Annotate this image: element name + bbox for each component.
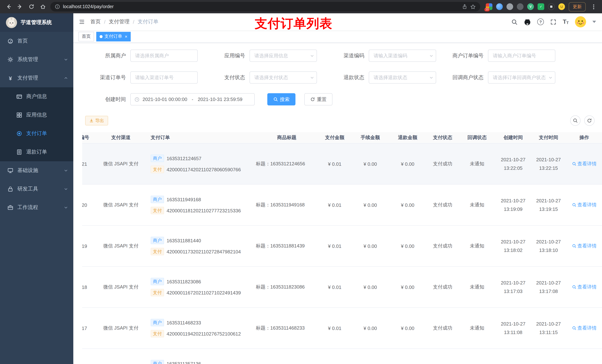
cell-pay-order: 商户 1635311881440 支付 42000011732021102728… [148,226,255,266]
browser-update-button[interactable]: 更新 [569,2,586,11]
pay-status-select[interactable] [249,71,317,83]
extension-icon[interactable] [517,3,524,10]
merchant-tag: 商户 [151,278,164,285]
hamburger-icon[interactable] [73,19,90,25]
address-bar[interactable]: localhost:1024/pay/order [50,2,480,11]
briefcase-icon [7,205,13,210]
search-icon[interactable] [511,19,517,25]
cell-action: 查看详情 [565,185,602,225]
sidebar-item-label: 支付管理 [17,75,38,81]
avatar-extension-icon[interactable] [558,3,565,10]
view-detail-link[interactable]: 查看详情 [572,161,597,167]
share-icon[interactable] [462,4,467,9]
export-button[interactable]: 导出 [85,116,108,125]
refresh-table-icon[interactable] [584,115,595,126]
notify-status-select[interactable] [488,71,555,83]
channel-order-no-input[interactable] [130,71,198,83]
document-icon [16,149,22,155]
sidebar-item-system[interactable]: 系统管理 [0,50,73,69]
fullscreen-icon[interactable] [550,19,557,25]
cell-channel: 微信 JSAPI 支付 [94,185,148,225]
chevron-down-icon [64,57,68,62]
navbar-actions [511,16,602,27]
filter-label: 退款状态 [321,74,369,81]
toggle-search-icon[interactable] [570,115,580,126]
close-icon[interactable] [125,34,127,39]
browser-back-icon[interactable] [4,3,13,11]
cell-channel: 微信 JSAPI 支付 [94,267,148,307]
chat-extension-icon[interactable]: ✓ [538,3,544,10]
sidebar-item-pay-order[interactable]: 支付订单 [0,124,73,143]
drop-extension-icon[interactable] [496,3,503,10]
view-detail-link[interactable]: 查看详情 [572,243,597,249]
cell-status: 支付成功 [426,226,460,266]
cell-amount: ¥ 0.01 [318,267,351,307]
sidebar-item-infra[interactable]: 基础设施 [0,161,73,180]
sidebar-item-workflow[interactable]: 工作流程 [0,198,73,217]
tab-pay-order[interactable]: 支付订单 [96,32,131,41]
create-time: 13:17:03 [504,287,522,295]
tab-home[interactable]: 首页 [78,32,94,41]
pay-order-no: 4200001181202110277723215336 [167,208,241,213]
extension-icon[interactable] [506,3,513,10]
table-row: 20 微信 JSAPI 支付 商户 1635311949168 支付 42000… [82,185,602,226]
page-title-annotation: 支付订单列表 [255,15,333,32]
cell-status: 支付成功 [426,144,460,184]
site-info-icon[interactable] [55,4,60,9]
date-range-picker[interactable]: 2021-10-01 00:00:00 - 2021-10-31 23:59:5… [130,93,255,105]
sidebar-item-dev-tools[interactable]: 研发工具 [0,180,73,198]
active-tab-dot [100,35,103,38]
chevron-down-icon [64,187,68,191]
channel-code-select[interactable] [369,50,436,62]
table-row: 19 微信 JSAPI 支付 商户 1635311881440 支付 42000… [82,226,602,267]
vue-devtools-icon[interactable]: V [527,3,534,10]
col-fee: 手续金额 [351,132,389,143]
pay-tag: 支付 [151,166,164,173]
merchant-order-no-input[interactable] [488,50,555,62]
channel-order-no-field: 渠道订单号 [82,71,198,83]
pay-order-no: 4200001167202110271022491439 [167,290,241,295]
pay-order-no: 4200001174202110278060590766 [167,167,241,172]
avatar[interactable] [575,16,586,27]
merchant-order-no: 1635311357136 [167,361,201,364]
pay-date: 2021-10-27 [536,320,561,328]
sidebar-item-merchant-info[interactable]: 商户信息 [0,87,73,106]
sidebar-item-pay[interactable]: 支付管理 [0,69,73,87]
refund-status-select[interactable] [369,71,436,83]
view-detail-link[interactable]: 查看详情 [572,284,597,290]
filter-label: 回调商户状态 [440,74,488,81]
extension-icon[interactable] [548,3,555,10]
bookmark-star-icon[interactable] [470,4,476,10]
url-text: localhost:1024/pay/order [63,4,114,9]
breadcrumb-home[interactable]: 首页 [90,19,101,25]
search-button[interactable]: 搜索 [267,93,295,105]
sidebar-item-refund-order[interactable]: 退款订单 [0,143,73,161]
breadcrumb-pay-manage[interactable]: 支付管理 [109,19,129,25]
chevron-down-icon[interactable] [592,21,596,23]
breadcrumb: 首页 支付管理 支付订单 [90,19,159,25]
browser-forward-icon[interactable] [16,3,24,11]
view-detail-label: 查看详情 [577,202,597,208]
help-icon[interactable] [537,19,544,25]
sidebar-item-home[interactable]: 首页 [0,32,73,50]
sidebar-item-app-info[interactable]: 应用信息 [0,106,73,124]
merchant-input[interactable] [130,50,198,62]
app-logo: 芋道管理系统 [0,13,73,32]
cell-id: 18 [82,267,94,307]
browser-reload-icon[interactable] [27,3,35,11]
github-icon[interactable] [524,18,531,25]
reset-button[interactable]: 重置 [304,93,333,105]
cell-notify: 未通知 [460,267,495,307]
cell-amount [318,349,351,364]
create-date: 2021-10-27 [501,156,526,164]
browser-home-icon[interactable] [39,3,47,11]
font-size-icon[interactable] [563,19,569,25]
cell-notify [460,349,495,364]
browser-menu-icon[interactable] [589,3,598,11]
app-no-select[interactable] [249,50,317,62]
view-detail-link[interactable]: 查看详情 [572,202,597,208]
cell-create-time: 2021-10-27 13:11:08 [495,308,532,348]
merchant-field: 所属商户 [82,50,198,62]
pixel-extension-icon[interactable]: 10 [486,3,492,10]
view-detail-link[interactable]: 查看详情 [572,325,597,332]
